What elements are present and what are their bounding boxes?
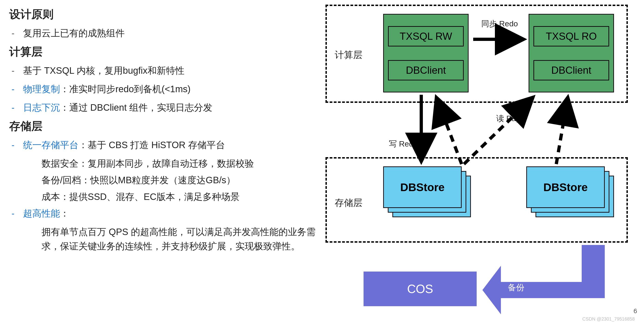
heading-compute: 计算层 [9, 44, 318, 59]
bullet-text: 统一存储平台：基于 CBS 打造 HiSTOR 存储平台 [23, 138, 225, 152]
backup-arrow-icon [482, 245, 607, 314]
highlight: 物理复制 [23, 84, 60, 94]
svg-line-4 [464, 97, 533, 164]
bullet-compute-1: - 基于 TXSQL 内核，复用bugfix和新特性 [9, 63, 318, 78]
heading-design: 设计原则 [9, 7, 318, 22]
watermark: CSDN @2301_79516858 [582, 316, 635, 322]
sub-bullet: 成本：提供SSD、混存、EC版本，满足多种场景 [42, 190, 318, 204]
bullet-dash: - [12, 103, 16, 113]
architecture-diagram: 计算层 存储层 TXSQL RW DBClient TXSQL RO DBCli… [326, 5, 635, 319]
sync-redo-label: 同步 Redo [481, 19, 518, 29]
bullet-dash: - [12, 29, 16, 38]
backup-label: 备份 [508, 282, 524, 293]
sub-bullet: 拥有单节点百万 QPS 的超高性能，可以满足高并发高性能的业务需求，保证关键业务… [42, 225, 318, 253]
bullet-text: 基于 TXSQL 内核，复用bugfix和新特性 [23, 63, 184, 78]
highlight: 超高性能 [23, 208, 60, 218]
txsql-rw-label: TXSQL RW [388, 26, 464, 47]
highlight: 统一存储平台 [23, 140, 78, 150]
txsql-ro-label: TXSQL RO [534, 26, 609, 47]
bullet-dash: - [12, 140, 16, 150]
txsql-ro-node: TXSQL RO DBClient [528, 14, 614, 92]
bullet-text: 复用云上已有的成熟组件 [23, 26, 125, 40]
bullet-storage-2: - 超高性能： [9, 206, 318, 221]
txsql-rw-node: TXSQL RW DBClient [383, 14, 468, 92]
bullet-storage-1: - 统一存储平台：基于 CBS 打造 HiSTOR 存储平台 [9, 138, 318, 152]
bullet-design-1: - 复用云上已有的成熟组件 [9, 26, 318, 40]
dbstore-card: DBStore [526, 167, 605, 208]
bullet-compute-2: - 物理复制：准实时同步redo到备机(<1ms) [9, 82, 318, 96]
dbclient-label: DBClient [534, 60, 609, 80]
dbstore-stack-2: DBStore [526, 167, 614, 220]
bullet-compute-3: - 日志下沉：通过 DBClient 组件，实现日志分发 [9, 100, 318, 115]
bullet-dash: - [12, 84, 16, 94]
cos-box: COS [364, 271, 477, 306]
bullet-text: 超高性能： [23, 206, 69, 221]
compute-layer-label: 计算层 [335, 49, 362, 61]
storage-layer-label: 存储层 [335, 197, 362, 209]
dbclient-label: DBClient [388, 60, 464, 80]
heading-storage: 存储层 [9, 119, 318, 133]
sub-bullets-storage-2: 拥有单节点百万 QPS 的超高性能，可以满足高并发高性能的业务需求，保证关键业务… [9, 225, 318, 253]
dbstore-stack-1: DBStore [383, 167, 471, 220]
bullet-text: 物理复制：准实时同步redo到备机(<1ms) [23, 82, 191, 96]
read-page-label: 读 Page [496, 113, 525, 124]
sub-bullet: 数据安全：复用副本同步，故障自动迁移，数据校验 [42, 156, 318, 171]
svg-line-2 [436, 97, 462, 164]
dbstore-card: DBStore [383, 167, 462, 208]
page-number: 6 [634, 307, 637, 315]
text-content-panel: 设计原则 - 复用云上已有的成熟组件 计算层 - 基于 TXSQL 内核，复用b… [9, 7, 318, 256]
sub-bullets-storage-1: 数据安全：复用副本同步，故障自动迁移，数据校验 备份/回档：快照以MB粒度并发（… [9, 156, 318, 204]
bullet-text: 日志下沉：通过 DBClient 组件，实现日志分发 [23, 100, 212, 115]
sub-bullet: 备份/回档：快照以MB粒度并发（速度达GB/s） [42, 173, 318, 187]
bullet-dash: - [12, 66, 16, 76]
bullet-dash: - [12, 209, 16, 219]
highlight: 日志下沉 [23, 102, 60, 112]
write-redo-label: 写 Redo [389, 139, 418, 149]
svg-line-3 [556, 97, 568, 164]
